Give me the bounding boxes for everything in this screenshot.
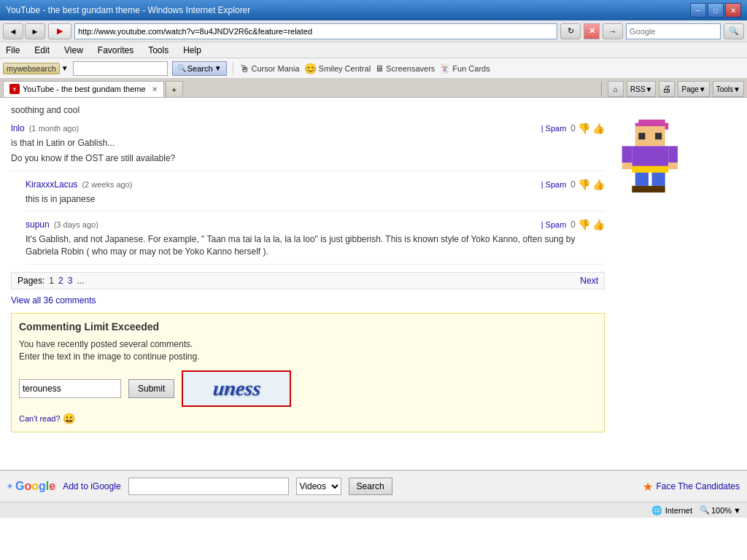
face-candidates-link[interactable]: ★ Face The Candidates (643, 480, 740, 494)
tab-toolbar-right: ⌂ RSS▼ 🖨 Page▼ Tools▼ (598, 81, 744, 97)
svg-rect-14 (632, 166, 668, 173)
menu-edit[interactable]: Edit (31, 44, 53, 56)
page-3[interactable]: 3 (68, 276, 73, 286)
submit-button[interactable]: Submit (128, 379, 174, 398)
svg-rect-6 (622, 146, 632, 163)
mywebsearch-toolbar: mywebsearch ▼ (3, 63, 69, 74)
new-tab-button[interactable]: + (166, 81, 183, 97)
vote-up-supun[interactable]: 👍 (592, 219, 605, 230)
refresh-button[interactable]: ↻ (560, 23, 581, 39)
tab-bar: Y YouTube - the best gundam theme ✕ + ⌂ … (0, 79, 747, 98)
comment-spam-lnlo[interactable]: | Spam (541, 124, 567, 133)
cant-read-icon: 😀 (63, 413, 75, 424)
bottom-search-input[interactable] (128, 478, 289, 495)
google-search-input[interactable] (626, 23, 721, 39)
address-bar: ◄ ► ▶ ↻ ✕ → 🔍 (0, 20, 747, 42)
captcha-input[interactable] (19, 379, 121, 398)
google-search-button[interactable]: 🔍 (724, 23, 744, 39)
tab-separator (601, 82, 602, 96)
zoom-dropdown-icon: ▼ (733, 506, 741, 515)
main-content: soothing and cool lnlo (1 month ago) | S… (0, 98, 747, 470)
menu-favorites[interactable]: Favorites (95, 44, 136, 56)
comment-body-kiraxxxlacus: this is in japanese (26, 193, 605, 206)
status-bar: 🌐 Internet 🔍 100% ▼ (0, 502, 747, 518)
toolbar-separator-1 (233, 62, 233, 75)
print-button[interactable]: 🖨 (659, 81, 675, 97)
home-button[interactable]: ⌂ (608, 81, 624, 97)
add-igoogle-link[interactable]: Add to iGoogle (63, 481, 120, 491)
tab-list: Y YouTube - the best gundam theme ✕ + (3, 81, 183, 97)
svg-rect-9 (668, 163, 678, 169)
pixel-character (619, 120, 678, 192)
comment-author-kiraxxxlacus[interactable]: KiraxxxLacus (26, 179, 77, 190)
vote-down-supun[interactable]: 👎 (578, 219, 590, 230)
menu-file[interactable]: File (3, 44, 23, 56)
page-button[interactable]: Page▼ (678, 81, 709, 97)
svg-rect-12 (632, 186, 649, 192)
stop-button[interactable]: ✕ (584, 23, 600, 39)
menu-view[interactable]: View (61, 44, 86, 56)
comment-author-supun[interactable]: supun (26, 219, 50, 230)
page-next[interactable]: Next (580, 276, 598, 286)
comment-kiraxxxlacus-meta: KiraxxxLacus (2 weeks ago) | Spam 0 👎 👍 (26, 179, 605, 190)
face-candidates-text: Face The Candidates (656, 481, 740, 491)
vote-down-kiraxxxlacus[interactable]: 👎 (578, 179, 590, 190)
rss-button[interactable]: RSS▼ (627, 81, 656, 97)
go-button[interactable]: → (603, 23, 623, 39)
back-button[interactable]: ◄ (3, 23, 23, 39)
comment-lnlo: lnlo (1 month ago) | Spam 0 👎 👍 is that … (11, 122, 605, 171)
view-all-comments[interactable]: View all 36 comments (11, 295, 605, 306)
right-panel (619, 105, 736, 462)
comment-spam-supun[interactable]: | Spam (541, 220, 567, 229)
menu-help[interactable]: Help (180, 44, 204, 56)
maximize-button[interactable]: □ (708, 3, 724, 18)
screensavers-link[interactable]: 🖥 Screensavers (375, 63, 435, 74)
smiley-central-link[interactable]: 😊 Smiley Central (304, 63, 371, 74)
svg-rect-8 (622, 163, 632, 169)
google-logo-bottom: + Google (7, 480, 55, 493)
vote-up-lnlo[interactable]: 👍 (592, 122, 605, 134)
comment-author-lnlo[interactable]: lnlo (11, 123, 25, 133)
tab-favicon: Y (9, 84, 20, 94)
cant-read-link[interactable]: Can't read? (19, 414, 61, 423)
captcha-text-visual: uness (212, 377, 261, 400)
youtube-favicon-nav: ▶ (48, 23, 71, 39)
mywebsearch-input[interactable] (73, 61, 168, 76)
bottom-bar: + Google Add to iGoogle Videos Web Image… (0, 470, 747, 502)
zone-label: Internet (665, 506, 692, 515)
zoom-control[interactable]: 🔍 100% ▼ (700, 505, 741, 515)
google-plus-icon[interactable]: + (7, 481, 12, 491)
comment-lnlo-meta: lnlo (1 month ago) | Spam 0 👎 👍 (11, 122, 605, 134)
internet-zone: 🌐 Internet (651, 505, 692, 516)
vote-up-kiraxxxlacus[interactable]: 👍 (592, 179, 605, 190)
vote-down-lnlo[interactable]: 👎 (578, 122, 590, 134)
forward-button[interactable]: ► (25, 23, 45, 39)
videos-select[interactable]: Videos Web Images (296, 478, 341, 495)
tools-button[interactable]: Tools▼ (713, 81, 744, 97)
fun-cards-link[interactable]: 🃏 Fun Cards (439, 63, 489, 74)
comment-votes-lnlo: 0 👎 👍 (570, 122, 605, 134)
comment-body-supun: It's Gablish, and not Japanese. For exam… (26, 233, 605, 258)
mywebsearch-dropdown[interactable]: ▼ (61, 64, 69, 72)
page-1[interactable]: 1 (49, 276, 54, 286)
google-logo: Google (15, 480, 55, 493)
url-input[interactable] (74, 23, 557, 39)
active-tab[interactable]: Y YouTube - the best gundam theme ✕ (3, 81, 164, 97)
tab-close-button[interactable]: ✕ (152, 85, 158, 93)
toolbar-search-button[interactable]: 🔍 Search ▼ (172, 61, 227, 76)
menu-bar: File Edit View Favorites Tools Help (0, 42, 747, 58)
pages-bar: Pages: 1 2 3 ... Next (11, 272, 605, 289)
title-bar-text: YouTube - the best gundam theme - Window… (6, 5, 250, 15)
menu-tools[interactable]: Tools (145, 44, 171, 56)
comment-body-lnlo: is that in Latin or Gablish... Do you kn… (11, 137, 605, 165)
svg-rect-7 (668, 146, 678, 163)
comment-spam-kiraxxxlacus[interactable]: | Spam (541, 180, 567, 189)
title-bar: YouTube - the best gundam theme - Window… (0, 0, 747, 20)
close-button[interactable]: ✕ (725, 3, 741, 18)
cursor-mania-link[interactable]: 🖱 Cursor Mania (239, 63, 300, 74)
soothing-comment: soothing and cool (11, 105, 605, 115)
bottom-search-button[interactable]: Search (349, 478, 392, 495)
page-2[interactable]: 2 (58, 276, 63, 286)
minimize-button[interactable]: − (690, 3, 706, 18)
comment-supun-meta: supun (3 days ago) | Spam 0 👎 👍 (26, 219, 605, 230)
